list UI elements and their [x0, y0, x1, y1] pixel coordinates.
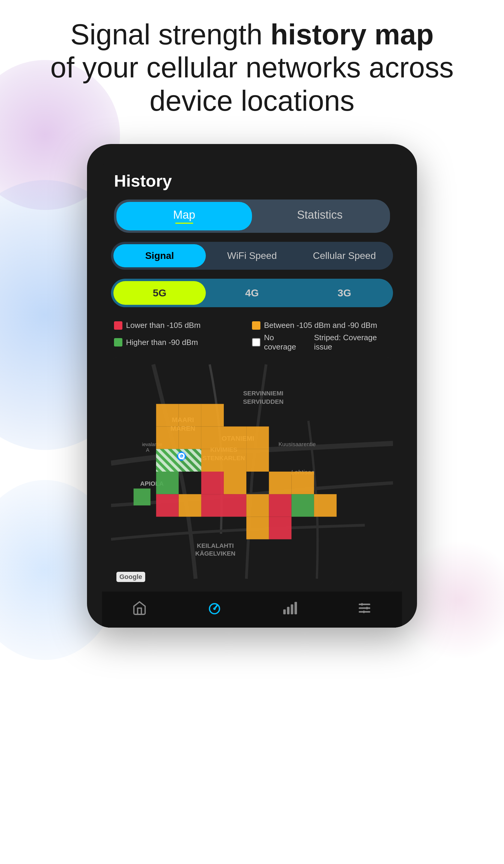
- subtab-cellular-label: Cellular Speed: [313, 250, 376, 261]
- subtab-wifi-label: WiFi Speed: [227, 250, 277, 261]
- screen-title: History: [102, 156, 402, 200]
- subtab-signal[interactable]: Signal: [113, 244, 206, 267]
- tab-map[interactable]: Map: [117, 202, 252, 230]
- network-4g-label: 4G: [245, 287, 259, 299]
- signal-icon: [282, 601, 297, 616]
- legend-dot-orange: [252, 321, 261, 330]
- legend-red: Lower than -105 dBm: [114, 321, 252, 330]
- subtab-bar: Signal WiFi Speed Cellular Speed: [111, 242, 393, 270]
- svg-rect-53: [291, 604, 293, 614]
- nav-speed[interactable]: [177, 601, 252, 616]
- legend-dot-red: [114, 321, 122, 330]
- svg-rect-40: [291, 472, 314, 494]
- svg-rect-33: [201, 494, 224, 517]
- phone-frame: History Map Statistics Signal WiFi Speed: [87, 144, 417, 627]
- settings-icon: [357, 601, 372, 616]
- tab-statistics-label: Statistics: [297, 208, 343, 221]
- network-4g[interactable]: 4G: [206, 281, 298, 305]
- network-5g[interactable]: 5G: [113, 281, 206, 305]
- map-svg: SERVINNIEMI SERVIUDDEN MAARI MAREN OTANI…: [111, 358, 393, 586]
- svg-rect-52: [287, 607, 289, 614]
- svg-rect-42: [314, 494, 337, 517]
- svg-text:KÄGELVIKEN: KÄGELVIKEN: [195, 550, 236, 557]
- svg-rect-44: [179, 494, 201, 517]
- svg-rect-34: [224, 494, 246, 517]
- legend-text-orange: Between -105 dBm and -90 dBm: [264, 321, 377, 330]
- legend-white: No coverage Striped: Coverage issue: [252, 333, 390, 352]
- svg-rect-51: [283, 609, 286, 614]
- svg-rect-31: [246, 449, 269, 472]
- svg-rect-35: [269, 494, 291, 517]
- main-tab-bar: Map Statistics: [114, 200, 390, 233]
- svg-rect-29: [224, 427, 246, 449]
- nav-signal[interactable]: [252, 601, 327, 616]
- svg-rect-26: [201, 449, 224, 472]
- legend-text-striped: Striped: Coverage issue: [314, 333, 390, 352]
- signal-map[interactable]: SERVINNIEMI SERVIUDDEN MAARI MAREN OTANI…: [111, 358, 393, 586]
- svg-rect-32: [201, 472, 224, 494]
- nav-home[interactable]: [102, 601, 177, 616]
- app-screen: History Map Statistics Signal WiFi Speed: [102, 156, 402, 627]
- speed-icon: [207, 601, 222, 616]
- map-legend: Lower than -105 dBm Between -105 dBm and…: [102, 316, 402, 358]
- tab-map-underline: [175, 223, 193, 224]
- subtab-signal-label: Signal: [145, 250, 174, 261]
- network-3g[interactable]: 3G: [298, 281, 391, 305]
- phone-body: History Map Statistics Signal WiFi Speed: [87, 144, 417, 627]
- legend-dot-green: [114, 338, 122, 347]
- svg-rect-37: [246, 494, 269, 517]
- svg-rect-22: [156, 472, 179, 494]
- network-5g-label: 5G: [153, 287, 166, 299]
- svg-rect-36: [269, 517, 291, 539]
- legend-text-green: Higher than -90 dBm: [126, 338, 198, 347]
- svg-text:SERVIUDDEN: SERVIUDDEN: [243, 398, 284, 405]
- legend-orange: Between -105 dBm and -90 dBm: [252, 321, 390, 330]
- svg-rect-27: [224, 449, 246, 472]
- svg-text:Kuusisaarentie: Kuusisaarentie: [278, 441, 315, 447]
- svg-rect-38: [246, 517, 269, 539]
- bottom-nav: [102, 592, 402, 627]
- legend-text-red: Lower than -105 dBm: [126, 321, 201, 330]
- legend-green: Higher than -90 dBm: [114, 333, 252, 352]
- legend-dot-white: [252, 338, 261, 347]
- svg-rect-23: [133, 488, 150, 505]
- map-background: SERVINNIEMI SERVIUDDEN MAARI MAREN OTANI…: [111, 358, 393, 586]
- hero-section: Signal strength history map of your cell…: [0, 18, 504, 117]
- svg-rect-30: [246, 427, 269, 449]
- svg-rect-43: [156, 494, 179, 517]
- svg-rect-48: [156, 449, 201, 472]
- svg-rect-18: [179, 427, 201, 449]
- svg-text:A: A: [146, 447, 150, 453]
- svg-text:KEILALAHTI: KEILALAHTI: [197, 542, 234, 549]
- svg-rect-54: [295, 602, 297, 614]
- svg-rect-39: [269, 472, 291, 494]
- subtab-wifi-speed[interactable]: WiFi Speed: [206, 244, 298, 267]
- svg-rect-28: [224, 472, 246, 494]
- svg-rect-17: [179, 404, 201, 426]
- hero-headline: Signal strength history map of your cell…: [30, 18, 474, 117]
- svg-text:SERVINNIEMI: SERVINNIEMI: [243, 390, 284, 397]
- svg-rect-20: [201, 427, 224, 449]
- svg-point-50: [213, 608, 216, 610]
- tab-statistics[interactable]: Statistics: [252, 202, 387, 230]
- svg-rect-15: [156, 404, 179, 426]
- nav-settings[interactable]: [327, 601, 402, 616]
- home-icon: [132, 601, 147, 616]
- svg-rect-19: [201, 404, 224, 426]
- svg-rect-41: [291, 494, 314, 517]
- network-type-bar: 5G 4G 3G: [111, 279, 393, 307]
- subtab-cellular-speed[interactable]: Cellular Speed: [298, 244, 391, 267]
- svg-rect-16: [156, 427, 179, 449]
- network-3g-label: 3G: [337, 287, 351, 299]
- legend-text-white: No coverage: [264, 333, 304, 352]
- tab-map-label: Map: [117, 208, 252, 221]
- google-watermark: Google: [117, 572, 145, 582]
